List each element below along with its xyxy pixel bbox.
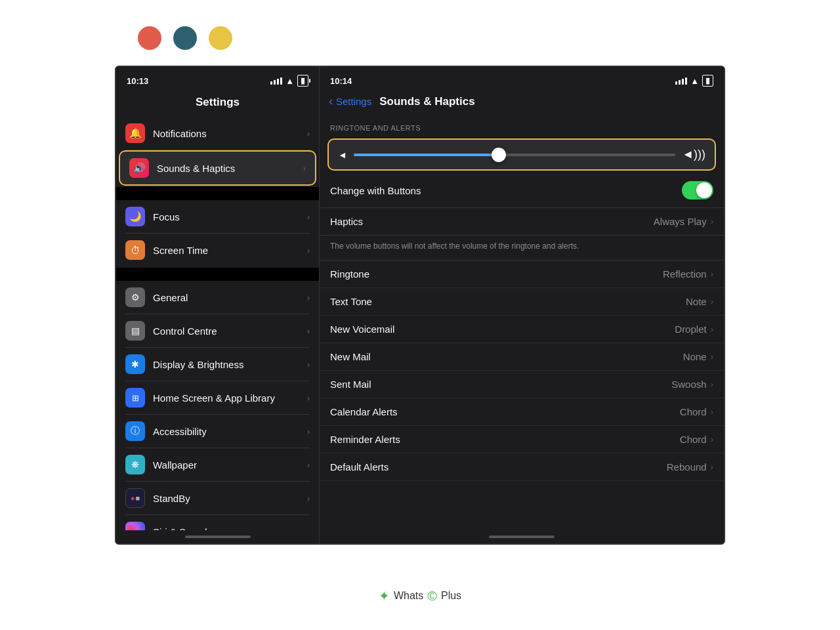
sound-value-0: Reflection (663, 268, 707, 280)
volume-low-icon: ◄ (338, 150, 347, 160)
sidebar-item-notifications[interactable]: 🔔 Notifications › (116, 117, 319, 150)
standby-icon: ●■ (125, 488, 145, 508)
sidebar-item-standby[interactable]: ●■ StandBy › (116, 482, 319, 514)
accessibility-label: Accessibility (153, 426, 307, 437)
traffic-light-red[interactable] (138, 26, 161, 50)
display-chevron: › (307, 360, 310, 369)
left-status-icons: ▲ ▮ (270, 75, 308, 87)
sound-label-6: Reminder Alerts (330, 434, 680, 445)
sidebar-item-general[interactable]: ⚙ General › (116, 281, 319, 314)
sidebar-item-wallpaper[interactable]: ❋ Wallpaper › (116, 448, 319, 481)
notifications-icon: 🔔 (125, 123, 145, 143)
display-label: Display & Brightness (153, 359, 307, 370)
homescreen-icon: ⊞ (125, 388, 145, 408)
general-chevron: › (307, 293, 310, 303)
change-with-buttons-row: Change with Buttons (320, 173, 724, 208)
sound-row-7[interactable]: Default Alerts Rebound › (320, 453, 724, 481)
change-with-buttons-toggle[interactable] (682, 181, 713, 200)
sound-label-4: Sent Mail (330, 379, 671, 390)
sounds-label: Sounds & Haptics (157, 163, 303, 174)
right-home-indicator (320, 530, 724, 543)
sound-row-2[interactable]: New Voicemail Droplet › (320, 316, 724, 343)
sidebar-item-accessibility[interactable]: ⓘ Accessibility › (116, 415, 319, 448)
sidebar-item-focus[interactable]: 🌙 Focus › (116, 200, 319, 233)
bar2 (274, 80, 276, 85)
sounds-scroll-area[interactable]: RINGTONE AND ALERTS ◄ ◄))) Change with B… (320, 115, 724, 530)
volume-slider-thumb[interactable] (492, 148, 506, 162)
general-label: General (153, 292, 307, 303)
sound-chevron-2: › (711, 324, 713, 334)
sidebar-item-homescreen[interactable]: ⊞ Home Screen & App Library › (116, 381, 319, 414)
sound-label-1: Text Tone (330, 296, 686, 307)
sound-chevron-0: › (711, 269, 713, 279)
standby-label: StandBy (153, 493, 307, 504)
settings-list-panel: 10:13 ▲ ▮ Settings (116, 67, 320, 543)
left-home-indicator (116, 530, 319, 543)
branding-footer: ✦ Whats © Plus (379, 588, 461, 604)
right-status-bar: 10:14 ▲ ▮ (320, 67, 724, 92)
sound-label-2: New Voicemail (330, 324, 675, 335)
left-home-bar (185, 536, 251, 538)
sound-row-4[interactable]: Sent Mail Swoosh › (320, 371, 724, 398)
sound-label-3: New Mail (330, 351, 683, 362)
wallpaper-chevron: › (307, 460, 310, 470)
sound-row-0[interactable]: Ringtone Reflection › (320, 261, 724, 288)
standby-chevron: › (307, 494, 310, 503)
settings-group-1: 🔔 Notifications › 🔊 Sounds & Haptics › (116, 117, 319, 186)
sound-chevron-4: › (711, 379, 713, 389)
volume-slider-track[interactable] (354, 154, 675, 156)
back-chevron-icon: ‹ (329, 94, 333, 108)
sidebar-item-controlcentre[interactable]: ▤ Control Centre › (116, 314, 319, 347)
change-with-buttons-label: Change with Buttons (330, 185, 682, 196)
sound-chevron-6: › (711, 434, 713, 444)
sounds-haptics-panel: 10:14 ▲ ▮ ‹ Settings Sounds & Haptics (320, 67, 724, 543)
volume-description: The volume buttons will not affect the v… (320, 236, 724, 261)
sidebar-item-display[interactable]: ✱ Display & Brightness › (116, 348, 319, 381)
back-button[interactable]: ‹ Settings (329, 94, 371, 108)
back-label: Settings (336, 96, 371, 107)
sound-row-3[interactable]: New Mail None › (320, 343, 724, 371)
accessibility-icon: ⓘ (125, 421, 145, 441)
sidebar-item-sounds[interactable]: 🔊 Sounds & Haptics › (119, 150, 316, 186)
traffic-light-teal[interactable] (173, 26, 197, 50)
sound-value-2: Droplet (675, 324, 706, 335)
siri-icon (125, 522, 145, 530)
siri-chevron: › (307, 527, 310, 531)
sound-chevron-3: › (711, 352, 713, 362)
sound-row-5[interactable]: Calendar Alerts Chord › (320, 398, 724, 426)
bar1 (270, 81, 272, 85)
controlcentre-chevron: › (307, 326, 310, 336)
settings-scroll-area[interactable]: 🔔 Notifications › 🔊 Sounds & Haptics › (116, 117, 319, 530)
traffic-light-yellow[interactable] (209, 26, 232, 50)
traffic-lights (138, 26, 232, 50)
right-battery-icon: ▮ (702, 75, 713, 87)
battery-icon: ▮ (297, 75, 308, 87)
haptics-chevron-icon: › (711, 217, 713, 226)
toggle-knob (696, 182, 712, 198)
brand-whatsapp-icon: © (427, 589, 437, 604)
accessibility-chevron: › (307, 427, 310, 436)
controlcentre-icon: ▤ (125, 321, 145, 341)
sound-row-6[interactable]: Reminder Alerts Chord › (320, 426, 724, 453)
sound-rows-container: Ringtone Reflection › Text Tone Note › N… (320, 261, 724, 481)
group-divider-2 (116, 268, 319, 281)
wallpaper-label: Wallpaper (153, 459, 307, 471)
sound-label-5: Calendar Alerts (330, 406, 680, 417)
sidebar-item-screentime[interactable]: ⏱ Screen Time › (116, 234, 319, 266)
right-signal-bars (675, 77, 687, 85)
focus-chevron: › (307, 212, 310, 222)
screentime-label: Screen Time (153, 245, 307, 256)
siri-label: Siri & Search (153, 526, 307, 531)
settings-group-3: ⚙ General › ▤ Control Centre › ✱ (116, 281, 319, 530)
bar3 (277, 79, 279, 85)
volume-slider-fill (354, 154, 499, 156)
haptics-row[interactable]: Haptics Always Play › (320, 208, 724, 236)
settings-page-title: Settings (116, 92, 319, 117)
wifi-icon: ▲ (285, 76, 294, 86)
notifications-chevron: › (307, 129, 310, 138)
sound-row-1[interactable]: Text Tone Note › (320, 288, 724, 316)
left-status-bar: 10:13 ▲ ▮ (116, 67, 319, 92)
sidebar-item-siri[interactable]: Siri & Search › (116, 515, 319, 530)
general-icon: ⚙ (125, 287, 145, 307)
brand-sparkle-icon: ✦ (379, 588, 390, 604)
